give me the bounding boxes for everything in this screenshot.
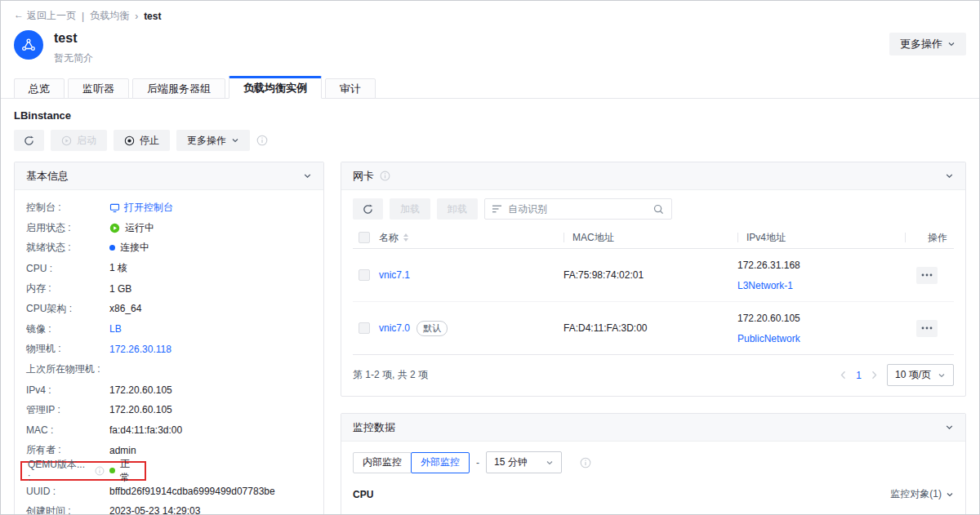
select-all-checkbox[interactable] xyxy=(359,232,370,243)
refresh-icon xyxy=(24,135,34,146)
sort-icon[interactable] xyxy=(403,233,409,242)
info-icon[interactable] xyxy=(95,466,105,476)
internal-monitor-button[interactable]: 内部监控 xyxy=(353,452,412,473)
refresh-button[interactable] xyxy=(14,130,44,151)
tab-listener[interactable]: 监听器 xyxy=(68,78,129,99)
monitor-target-dropdown[interactable]: 监控对象(1) xyxy=(890,487,954,501)
info-label: 所有者 xyxy=(26,444,61,455)
next-page-icon[interactable] xyxy=(871,371,878,380)
info-label: 管理IP xyxy=(26,404,60,415)
external-monitor-label: 外部监控 xyxy=(421,455,460,469)
status-badge: 连接中 xyxy=(120,241,149,255)
chevron-down-icon xyxy=(938,371,946,380)
info-row-uuid: UUID bffbd26f91914cdba6999499d07783be xyxy=(26,481,312,501)
info-row-cpu-arch: CPU架构 x86_64 xyxy=(26,299,312,319)
basic-info-panel: 基本信息 控制台 打开控制台 启用状态 运行中 就绪状态 连接中 xyxy=(14,162,324,515)
column-divider xyxy=(564,233,564,242)
column-header-mac: MAC地址 xyxy=(572,231,614,245)
chart-area: 150% xyxy=(341,501,965,515)
info-label: UUID xyxy=(26,486,56,497)
page-number[interactable]: 1 xyxy=(856,370,862,381)
column-header-name: 名称 xyxy=(379,231,399,245)
info-label: QEMU版本... xyxy=(28,458,89,483)
network-link[interactable]: L3Network-1 xyxy=(737,280,800,291)
stop-circle-icon xyxy=(124,135,135,146)
info-value: 1 GB xyxy=(109,283,131,295)
image-link[interactable]: LB xyxy=(109,323,122,335)
attach-nic-button[interactable]: 加载 xyxy=(390,198,430,220)
nic-table: 名称 MAC地址 IPv4地址 操作 vnic7.1 FA:75:98:74:0… xyxy=(341,227,965,355)
tabbar: 总览 监听器 后端服务器组 负载均衡实例 审计 xyxy=(1,76,979,99)
tab-lb-instance[interactable]: 负载均衡实例 xyxy=(229,76,322,99)
lb-detail-page: ← 返回上一页 | 负载均衡 › test test 暂无简介 更多操作 总览 … xyxy=(0,0,980,515)
tab-audit[interactable]: 审计 xyxy=(325,78,376,99)
info-icon[interactable] xyxy=(580,457,591,468)
start-button[interactable]: 启动 xyxy=(51,130,107,151)
filter-lines-icon xyxy=(492,205,502,213)
info-label: 控制台 xyxy=(26,202,61,213)
period-select[interactable]: 15 分钟 xyxy=(486,451,562,473)
search-input[interactable]: 自动识别 xyxy=(484,198,672,220)
collapse-chevron-icon[interactable] xyxy=(945,171,954,180)
search-icon[interactable] xyxy=(653,204,664,215)
breadcrumb-chevron: › xyxy=(135,11,138,22)
network-link[interactable]: PublicNetwork xyxy=(737,333,800,344)
info-icon[interactable] xyxy=(256,135,268,146)
breadcrumb-section[interactable]: 负载均衡 xyxy=(90,9,129,23)
monitor-panel: 监控数据 内部监控 外部监控 - 15 分钟 CP xyxy=(341,413,966,515)
column-header-actions: 操作 xyxy=(928,231,954,245)
chevron-down-icon xyxy=(546,459,554,467)
external-monitor-button[interactable]: 外部监控 xyxy=(411,452,470,473)
collapse-chevron-icon[interactable] xyxy=(945,423,954,432)
row-actions-button[interactable] xyxy=(916,320,938,337)
info-row-create-time: 创建时间 2023-05-23 14:29:03 xyxy=(26,501,312,515)
detach-nic-button[interactable]: 卸载 xyxy=(437,198,478,220)
info-value: 1 核 xyxy=(109,261,127,275)
stop-button[interactable]: 停止 xyxy=(114,130,170,151)
instance-more-actions-button[interactable]: 更多操作 xyxy=(176,130,250,151)
breadcrumb: ← 返回上一页 | 负载均衡 › test xyxy=(1,1,979,23)
tab-overview[interactable]: 总览 xyxy=(14,78,65,99)
nic-name-link[interactable]: vnic7.1 xyxy=(379,269,410,281)
header-more-actions-button[interactable]: 更多操作 xyxy=(889,33,966,55)
info-value: 172.20.60.105 xyxy=(109,384,172,396)
row-checkbox[interactable] xyxy=(359,269,370,281)
info-label: 就绪状态 xyxy=(26,242,71,253)
nic-name-link[interactable]: vnic7.0 xyxy=(379,322,410,334)
row-checkbox[interactable] xyxy=(359,322,370,334)
nic-toolbar: 加载 卸载 自动识别 xyxy=(341,190,965,227)
table-row: vnic7.0 默认 FA:D4:11:FA:3D:00 172.20.60.1… xyxy=(353,302,954,355)
collapse-chevron-icon[interactable] xyxy=(303,171,312,180)
pagination: 1 10 项/页 xyxy=(840,364,954,386)
start-button-label: 启动 xyxy=(77,134,96,148)
tab-backend-group[interactable]: 后端服务器组 xyxy=(132,78,225,99)
info-icon[interactable] xyxy=(380,171,390,181)
chart-header: CPU 监控对象(1) xyxy=(341,473,965,501)
info-row-last-host: 上次所在物理机 xyxy=(26,359,312,380)
info-value: admin xyxy=(109,445,136,456)
prev-page-icon[interactable] xyxy=(840,371,847,380)
info-row-qemu: QEMU版本... 正常 xyxy=(26,460,312,481)
row-actions-button[interactable] xyxy=(916,267,938,284)
nic-panel: 网卡 加载 卸载 自动识别 xyxy=(341,162,966,397)
back-link[interactable]: ← 返回上一页 xyxy=(14,9,76,23)
running-status-icon xyxy=(109,223,120,233)
refresh-button[interactable] xyxy=(353,198,383,220)
section-title: LBinstance xyxy=(14,109,966,122)
column-header-ipv4: IPv4地址 xyxy=(746,231,786,245)
tab-listener-label: 监听器 xyxy=(82,82,114,96)
nic-mac-value: FA:D4:11:FA:3D:00 xyxy=(564,322,737,334)
default-badge: 默认 xyxy=(416,321,448,336)
open-console-link[interactable]: 打开控制台 xyxy=(109,201,173,215)
info-label: 启用状态 xyxy=(26,222,71,233)
connecting-status-dot-icon xyxy=(109,245,115,251)
chevron-down-icon xyxy=(231,136,239,144)
nic-ip-value: 172.26.31.168 xyxy=(737,260,800,271)
page-size-select[interactable]: 10 项/页 xyxy=(887,364,954,386)
refresh-icon xyxy=(363,204,373,215)
host-link[interactable]: 172.26.30.118 xyxy=(109,344,172,355)
ellipsis-icon xyxy=(921,273,933,277)
page-size-value: 10 项/页 xyxy=(895,368,931,382)
console-icon xyxy=(109,202,120,213)
play-circle-icon xyxy=(61,135,72,146)
